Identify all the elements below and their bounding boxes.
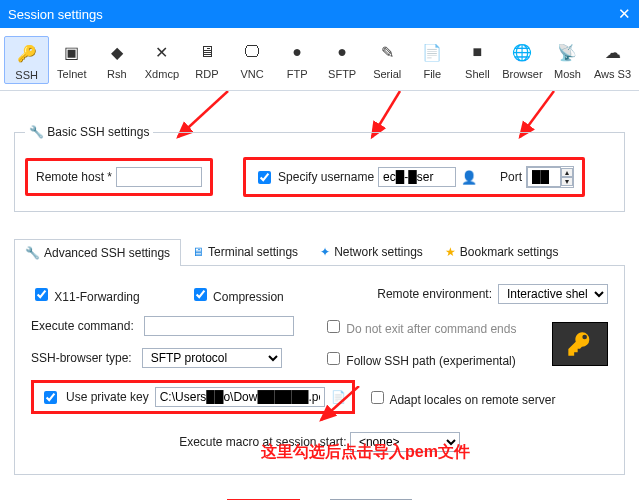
session-type-label: Aws S3: [590, 68, 635, 80]
session-type-label: Xdmcp: [139, 68, 184, 80]
session-type-ftp[interactable]: ●FTP: [275, 36, 320, 84]
session-type-xdmcp[interactable]: ✕Xdmcp: [139, 36, 184, 84]
tab-advanced-ssh[interactable]: 🔧 Advanced SSH settings: [14, 239, 181, 266]
rdp-icon: 🖥: [195, 40, 219, 64]
follow-ssh-checkbox[interactable]: [327, 352, 340, 365]
session-type-mosh[interactable]: 📡Mosh: [545, 36, 590, 84]
session-type-label: Browser: [500, 68, 545, 80]
serial-icon: ✎: [375, 40, 399, 64]
adapt-locales-checkbox[interactable]: [371, 391, 384, 404]
session-type-label: Telnet: [49, 68, 94, 80]
session-type-label: Serial: [365, 68, 410, 80]
port-label: Port: [500, 170, 522, 184]
compression-checkbox[interactable]: [194, 288, 207, 301]
ftp-icon: ●: [285, 40, 309, 64]
use-private-key-checkbox[interactable]: [44, 391, 57, 404]
session-type-label: Rsh: [94, 68, 139, 80]
settings-tabs: 🔧 Advanced SSH settings 🖥 Terminal setti…: [14, 238, 625, 266]
port-down-icon[interactable]: ▾: [561, 177, 573, 186]
tab-network[interactable]: ✦ Network settings: [309, 238, 434, 265]
session-type-label: FTP: [275, 68, 320, 80]
noexit-label[interactable]: Do not exit after command ends: [323, 317, 516, 336]
sftp-icon: ●: [330, 40, 354, 64]
telnet-icon: ▣: [60, 40, 84, 64]
tab-bookmark[interactable]: ★ Bookmark settings: [434, 238, 570, 265]
session-type-label: RDP: [184, 68, 229, 80]
titlebar: Session settings ✕: [0, 0, 639, 28]
remote-host-input[interactable]: [116, 167, 202, 187]
remote-env-label: Remote environment:: [377, 287, 492, 301]
session-type-telnet[interactable]: ▣Telnet: [49, 36, 94, 84]
content-area: 🔧 Basic SSH settings Remote host * Speci…: [0, 91, 639, 500]
window-title: Session settings: [8, 7, 103, 22]
key-icon-button[interactable]: [552, 322, 608, 366]
port-input[interactable]: [527, 167, 561, 187]
username-group: Specify username 👤 Port ▴ ▾: [243, 157, 585, 197]
file-icon: 📄: [420, 40, 444, 64]
private-key-group: Use private key 📄: [31, 380, 355, 414]
ssh-browser-select[interactable]: SFTP protocol: [142, 348, 282, 368]
compression-label[interactable]: Compression: [190, 285, 284, 304]
vnc-icon: 🖵: [240, 40, 264, 64]
follow-ssh-label[interactable]: Follow SSH path (experimental): [323, 349, 516, 368]
x11-label[interactable]: X11-Forwarding: [31, 285, 140, 304]
annotation-text: 这里勾选后点击导入pem文件: [261, 442, 470, 463]
session-type-vnc[interactable]: 🖵VNC: [230, 36, 275, 84]
session-type-aws-s3[interactable]: ☁Aws S3: [590, 36, 635, 84]
session-type-label: File: [410, 68, 455, 80]
private-key-path-input[interactable]: [155, 387, 325, 407]
advanced-panel: X11-Forwarding Compression Remote enviro…: [14, 266, 625, 475]
x11-checkbox[interactable]: [35, 288, 48, 301]
remote-host-group: Remote host *: [25, 158, 213, 196]
specify-username-checkbox[interactable]: [258, 171, 271, 184]
ssh-icon: 🔑: [15, 41, 39, 65]
use-private-key-label: Use private key: [66, 390, 149, 404]
execute-command-label: Execute command:: [31, 319, 134, 333]
session-type-label: SSH: [5, 69, 48, 81]
remote-env-select[interactable]: Interactive shell: [498, 284, 608, 304]
rsh-icon: ◆: [105, 40, 129, 64]
adapt-locales-label[interactable]: Adapt locales on remote server: [367, 388, 556, 407]
session-type-serial[interactable]: ✎Serial: [365, 36, 410, 84]
remote-host-label: Remote host *: [36, 170, 112, 184]
session-type-label: Mosh: [545, 68, 590, 80]
session-type-ssh[interactable]: 🔑SSH: [4, 36, 49, 84]
session-type-file[interactable]: 📄File: [410, 36, 455, 84]
close-icon[interactable]: ✕: [618, 5, 631, 23]
mosh-icon: 📡: [555, 40, 579, 64]
aws s3-icon: ☁: [601, 40, 625, 64]
username-input[interactable]: [378, 167, 456, 187]
tab-terminal[interactable]: 🖥 Terminal settings: [181, 238, 309, 265]
ssh-browser-label: SSH-browser type:: [31, 351, 132, 365]
browser-icon: 🌐: [510, 40, 534, 64]
basic-legend: 🔧 Basic SSH settings: [25, 125, 153, 139]
noexit-checkbox[interactable]: [327, 320, 340, 333]
execute-command-input[interactable]: [144, 316, 294, 336]
session-type-rsh[interactable]: ◆Rsh: [94, 36, 139, 84]
session-type-toolbar: 🔑SSH▣Telnet◆Rsh✕Xdmcp🖥RDP🖵VNC●FTP●SFTP✎S…: [0, 28, 639, 91]
session-type-shell[interactable]: ■Shell: [455, 36, 500, 84]
shell-icon: ■: [465, 40, 489, 64]
session-type-sftp[interactable]: ●SFTP: [320, 36, 365, 84]
basic-ssh-fieldset: 🔧 Basic SSH settings Remote host * Speci…: [14, 125, 625, 212]
browse-key-icon[interactable]: 📄: [331, 390, 346, 404]
session-type-browser[interactable]: 🌐Browser: [500, 36, 545, 84]
specify-username-label: Specify username: [278, 170, 374, 184]
xdmcp-icon: ✕: [150, 40, 174, 64]
session-type-label: VNC: [230, 68, 275, 80]
user-picker-icon[interactable]: 👤: [460, 168, 478, 186]
session-type-label: Shell: [455, 68, 500, 80]
session-type-rdp[interactable]: 🖥RDP: [184, 36, 229, 84]
port-up-icon[interactable]: ▴: [561, 168, 573, 177]
session-type-label: SFTP: [320, 68, 365, 80]
